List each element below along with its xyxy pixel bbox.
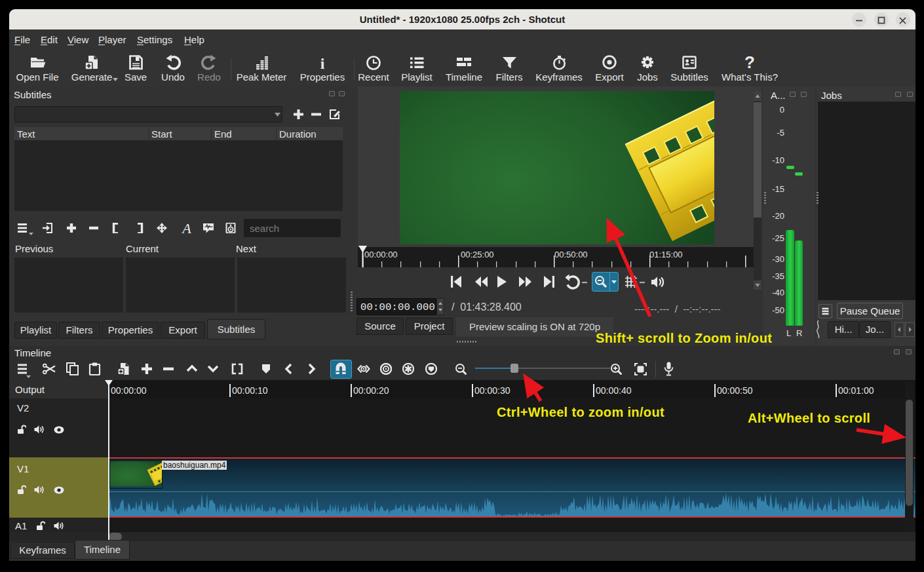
svg-text:A: A [182,223,191,233]
svg-text:?: ? [744,54,755,71]
svg-text:i: i [320,55,325,71]
